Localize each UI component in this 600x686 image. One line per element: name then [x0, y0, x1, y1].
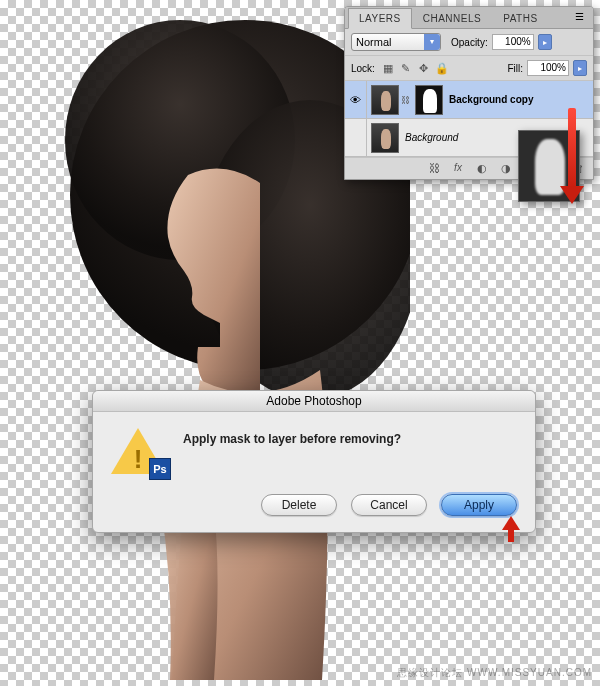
panel-menu-icon[interactable]: ☰ — [569, 7, 591, 28]
dropdown-arrow-icon: ▾ — [424, 34, 440, 50]
layer-name-label: Background — [405, 132, 458, 143]
dialog-title: Adobe Photoshop — [93, 391, 535, 412]
fill-field[interactable]: 100% — [527, 60, 569, 76]
visibility-toggle[interactable] — [345, 119, 367, 156]
lock-all-icon[interactable]: 🔒 — [435, 61, 449, 75]
tab-channels[interactable]: CHANNELS — [412, 8, 492, 29]
layer-thumbnail[interactable] — [371, 123, 399, 153]
opacity-label: Opacity: — [451, 37, 488, 48]
fill-label: Fill: — [507, 63, 523, 74]
mask-link-icon[interactable]: ⛓ — [399, 85, 411, 115]
layer-thumbnail[interactable] — [371, 85, 399, 115]
apply-mask-dialog: Adobe Photoshop ! Ps Apply mask to layer… — [92, 390, 536, 533]
tab-paths[interactable]: PATHS — [492, 8, 548, 29]
apply-button[interactable]: Apply — [441, 494, 517, 516]
opacity-field[interactable]: 100% — [492, 34, 534, 50]
warning-icon: ! Ps — [111, 428, 167, 478]
fx-icon[interactable]: fx — [451, 162, 465, 175]
dialog-message: Apply mask to layer before removing? — [183, 428, 401, 446]
ps-badge-icon: Ps — [149, 458, 171, 480]
panel-tabs: LAYERS CHANNELS PATHS ☰ — [345, 7, 593, 29]
adjustment-icon[interactable]: ◑ — [499, 162, 513, 175]
fill-popup-icon[interactable]: ▸ — [573, 60, 587, 76]
add-mask-icon[interactable]: ◐ — [475, 162, 489, 175]
delete-button[interactable]: Delete — [261, 494, 337, 516]
layer-name-label: Background copy — [449, 94, 533, 105]
opacity-popup-icon[interactable]: ▸ — [538, 34, 552, 50]
tab-layers[interactable]: LAYERS — [348, 8, 412, 29]
blend-mode-select[interactable]: Normal ▾ — [351, 33, 441, 51]
eye-icon: 👁 — [350, 94, 361, 106]
visibility-toggle[interactable]: 👁 — [345, 81, 367, 118]
mask-drag-ghost — [518, 130, 580, 202]
watermark-text: 思缘设计论坛 WWW.MISSYUAN.COM — [397, 666, 592, 680]
lock-position-icon[interactable]: ✥ — [417, 61, 431, 75]
lock-fill-row: Lock: ▦ ✎ ✥ 🔒 Fill: 100% ▸ — [345, 56, 593, 81]
blend-opacity-row: Normal ▾ Opacity: 100% ▸ — [345, 29, 593, 56]
cancel-button[interactable]: Cancel — [351, 494, 427, 516]
annotation-arrow-up — [503, 516, 519, 542]
lock-label: Lock: — [351, 63, 375, 74]
link-layers-icon[interactable]: ⛓ — [427, 162, 441, 175]
lock-pixels-icon[interactable]: ✎ — [399, 61, 413, 75]
layer-row-background-copy[interactable]: 👁 ⛓ Background copy — [345, 81, 593, 119]
blend-mode-value: Normal — [356, 36, 391, 48]
lock-transparency-icon[interactable]: ▦ — [381, 61, 395, 75]
mask-thumbnail[interactable] — [415, 85, 443, 115]
